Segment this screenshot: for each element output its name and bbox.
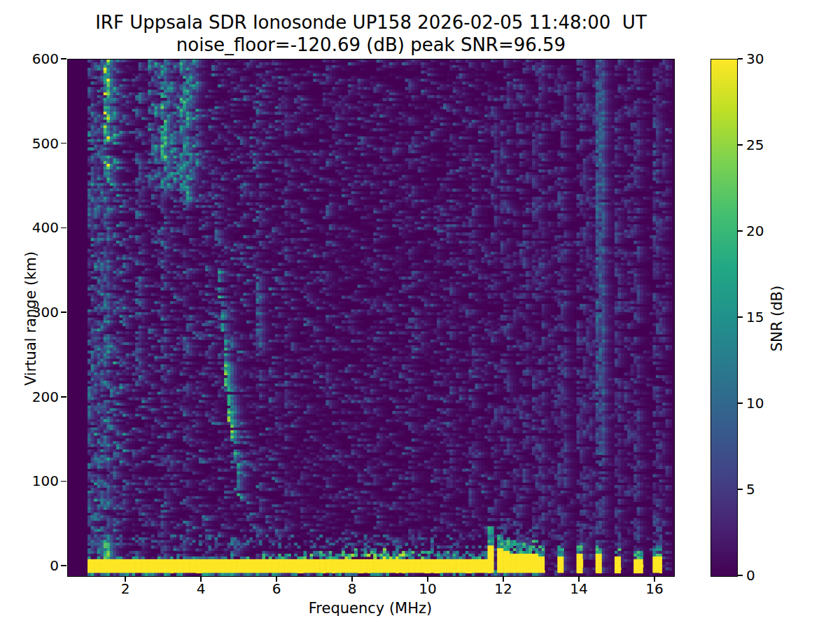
x-axis-label: Frequency (MHz): [67, 600, 673, 617]
heatmap-canvas: [68, 59, 674, 576]
colorbar-tick-label: 10: [746, 396, 788, 410]
colorbar-tick-label: 5: [746, 482, 788, 496]
colorbar-tick-mark: [738, 402, 743, 404]
y-tick-mark: [61, 565, 66, 566]
colorbar-label: SNR (dB): [769, 248, 785, 388]
x-tick-label: 14: [558, 582, 600, 596]
plot-area: [67, 59, 675, 577]
y-tick-label: 600: [10, 52, 59, 66]
y-tick-mark: [61, 227, 66, 229]
colorbar-tick-mark: [738, 230, 743, 232]
y-tick-mark: [61, 481, 66, 482]
y-tick-label: 0: [10, 559, 59, 573]
ionogram-figure: IRF Uppsala SDR Ionosonde UP158 2026-02-…: [0, 0, 840, 630]
y-tick-label: 400: [10, 220, 59, 234]
colorbar-tick-mark: [738, 58, 743, 59]
y-tick-mark: [61, 143, 66, 144]
colorbar-tick-label: 20: [746, 224, 788, 238]
colorbar-tick-label: 25: [746, 138, 788, 152]
x-tick-label: 16: [634, 582, 676, 596]
x-tick-label: 4: [180, 582, 222, 596]
colorbar-tick-mark: [738, 144, 743, 146]
y-tick-label: 500: [10, 136, 59, 150]
y-axis-label: Virtual range (km): [22, 241, 39, 396]
y-tick-mark: [61, 396, 66, 398]
figure-title-line1: IRF Uppsala SDR Ionosonde UP158 2026-02-…: [0, 12, 742, 33]
y-tick-mark: [61, 58, 66, 59]
colorbar-tick-label: 0: [746, 568, 788, 582]
x-tick-label: 6: [255, 582, 298, 596]
colorbar-tick-mark: [738, 575, 743, 576]
colorbar: [710, 59, 738, 577]
x-tick-label: 8: [331, 582, 373, 596]
x-tick-label: 12: [482, 582, 524, 596]
y-tick-mark: [61, 312, 66, 313]
y-tick-label: 100: [10, 474, 59, 488]
colorbar-tick-mark: [738, 316, 743, 318]
colorbar-tick-mark: [738, 489, 743, 490]
figure-title-line2: noise_floor=-120.69 (dB) peak SNR=96.59: [0, 34, 742, 55]
colorbar-tick-label: 30: [746, 52, 788, 66]
x-tick-label: 2: [104, 582, 146, 596]
x-tick-label: 10: [407, 582, 449, 596]
